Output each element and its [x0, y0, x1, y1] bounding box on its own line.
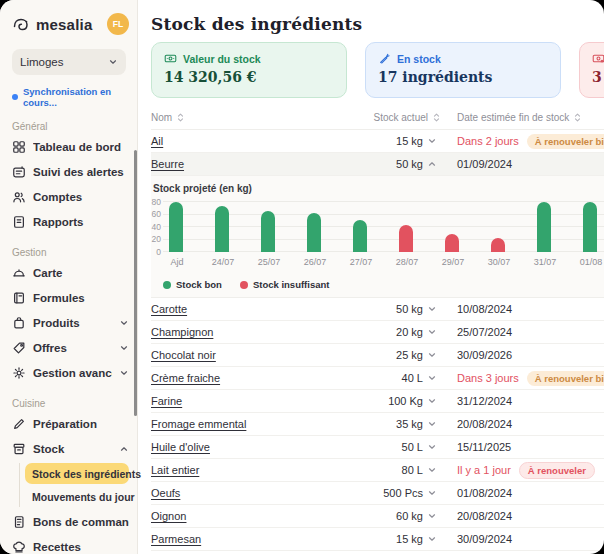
- table-row[interactable]: Farine 100 Kg 31/12/2024: [151, 390, 604, 413]
- sidebar-item-suivi-des-alertes[interactable]: Suivi des alertes: [12, 159, 129, 184]
- date-value: 20/08/2024: [457, 418, 512, 430]
- ingredient-link[interactable]: Oignon: [151, 510, 361, 522]
- table-header-row: Nom Stock actuel Date estimée fin de sto…: [151, 106, 604, 130]
- users-icon: [12, 190, 26, 204]
- ingredient-link[interactable]: Beurre: [151, 158, 361, 170]
- sidebar-item-label: Bons de commandes: [33, 516, 129, 528]
- stock-value: 25 kg: [361, 349, 423, 361]
- sidebar-item-label: Suivi des alertes: [33, 166, 129, 178]
- sync-status-label: Synchronisation en cours...: [23, 86, 129, 108]
- row-chevron-down-icon[interactable]: [423, 488, 441, 498]
- table-row[interactable]: Fromage emmental 35 kg 20/08/2024: [151, 413, 604, 436]
- section-label-general: Général: [12, 121, 129, 132]
- ingredient-link[interactable]: Farine: [151, 395, 361, 407]
- ingredient-link[interactable]: Ail: [151, 135, 361, 147]
- location-selector[interactable]: Limoges: [12, 49, 126, 75]
- ingredient-link[interactable]: Lait entier: [151, 464, 361, 476]
- sidebar-item-formules[interactable]: Formules: [12, 285, 129, 310]
- sidebar-item-comptes[interactable]: Comptes: [12, 184, 129, 209]
- row-chevron-down-icon[interactable]: [423, 511, 441, 521]
- column-header-date-fin-de-stock[interactable]: Date estimée fin de stock: [457, 112, 604, 123]
- ingredient-link[interactable]: Chocolat noir: [151, 349, 361, 361]
- table-row[interactable]: Huile d'olive 50 L 15/11/2025: [151, 436, 604, 459]
- row-chevron-down-icon[interactable]: [423, 442, 441, 452]
- row-chevron-down-icon[interactable]: [423, 136, 441, 146]
- date-value: 30/09/2026: [457, 349, 512, 361]
- sidebar-item-recettes[interactable]: Recettes: [12, 534, 129, 554]
- chart-bar: [399, 225, 413, 253]
- ingredient-link[interactable]: Fromage emmental: [151, 418, 361, 430]
- chart-bar: [537, 202, 551, 252]
- sidebar-item-carte[interactable]: Carte: [12, 260, 129, 285]
- sidebar-item-gestion-avancee[interactable]: Gestion avancée: [12, 360, 129, 385]
- chart-bar: [491, 238, 505, 252]
- ingredient-link[interactable]: Champignon: [151, 326, 361, 338]
- date-value: 30/09/2024: [457, 533, 512, 545]
- table-row[interactable]: Crème fraiche 40 L Dans 3 joursÀ renouve…: [151, 367, 604, 390]
- location-label: Limoges: [20, 56, 63, 68]
- chart-bar: [261, 211, 275, 252]
- sidebar-item-stock[interactable]: Stock: [12, 436, 129, 461]
- stock-value: 500 Pcs: [361, 487, 423, 499]
- date-value: Dans 3 jours: [457, 372, 519, 384]
- table-row[interactable]: Parmesan 15 kg 30/09/2024: [151, 528, 604, 551]
- ingredient-link[interactable]: Parmesan: [151, 533, 361, 545]
- sync-status: Synchronisation en cours...: [12, 86, 129, 108]
- ingredient-link[interactable]: Huile d'olive: [151, 441, 361, 453]
- chart-title: Stock projeté (en kg): [151, 183, 604, 194]
- status-badge: À renouveler bientôt: [527, 134, 604, 149]
- column-header-nom[interactable]: Nom: [151, 112, 361, 123]
- table-row[interactable]: Champignon 20 kg 25/07/2024: [151, 321, 604, 344]
- chart-xtick-label: 26/07: [301, 257, 329, 267]
- sidebar-subitem-mouvements-du-jour[interactable]: Mouvements du jour: [25, 486, 129, 507]
- date-value: 10/08/2024: [457, 303, 512, 315]
- row-chevron-down-icon[interactable]: [423, 304, 441, 314]
- sidebar-scrollbar[interactable]: [134, 150, 137, 416]
- row-chevron-down-icon[interactable]: [423, 534, 441, 544]
- row-chevron-down-icon[interactable]: [423, 465, 441, 475]
- row-chevron-down-icon[interactable]: [423, 327, 441, 337]
- sidebar-item-tableau-de-bord[interactable]: Tableau de bord: [12, 134, 129, 159]
- status-badge: À renouveler bientôt: [527, 371, 604, 386]
- alert-message-icon: [12, 165, 26, 179]
- gear-icon: [12, 366, 26, 380]
- stock-value: 50 kg: [361, 158, 423, 170]
- sidebar-item-offres[interactable]: Offres: [12, 335, 129, 360]
- carrot-icon: [378, 52, 391, 65]
- table-row[interactable]: Ail 15 kg Dans 2 joursÀ renouveler bient…: [151, 130, 604, 153]
- date-value: 20/08/2024: [457, 510, 512, 522]
- chart-xtick-label: 28/07: [393, 257, 421, 267]
- table-row-expanded[interactable]: Beurre 50 kg 01/09/2024: [151, 153, 604, 176]
- table-row[interactable]: Lait entier 80 L Il y a 1 jourÀ renouvel…: [151, 459, 604, 482]
- avatar[interactable]: FL: [107, 13, 129, 35]
- ingredient-link[interactable]: Oeufs: [151, 487, 361, 499]
- row-chevron-down-icon[interactable]: [423, 373, 441, 383]
- row-chevron-down-icon[interactable]: [423, 396, 441, 406]
- sort-icon: [176, 113, 185, 122]
- card-value: 17 ingrédients: [378, 69, 548, 85]
- card-en-stock: En stock 17 ingrédients: [365, 42, 561, 98]
- table-row[interactable]: Chocolat noir 25 kg 30/09/2026: [151, 344, 604, 367]
- sidebar-item-rapports[interactable]: Rapports: [12, 209, 129, 234]
- row-chevron-down-icon[interactable]: [423, 350, 441, 360]
- ingredient-link[interactable]: Carotte: [151, 303, 361, 315]
- app-name: mesalia: [36, 16, 102, 33]
- table-row[interactable]: Oignon 60 kg 20/08/2024: [151, 505, 604, 528]
- sidebar-item-label: Tableau de bord: [33, 141, 129, 153]
- sidebar-item-preparation[interactable]: Préparation: [12, 411, 129, 436]
- sidebar-item-bons-de-commandes[interactable]: Bons de commandes: [12, 509, 129, 534]
- column-header-stock-actuel[interactable]: Stock actuel: [361, 112, 441, 123]
- table-row[interactable]: Oeufs 500 Pcs 01/08/2024: [151, 482, 604, 505]
- chevron-down-icon: [108, 57, 118, 67]
- price-tag-icon: [12, 341, 26, 355]
- stock-value: 15 kg: [361, 533, 423, 545]
- receipt-icon: [12, 515, 26, 529]
- row-chevron-down-icon[interactable]: [423, 419, 441, 429]
- table-row[interactable]: Carotte 50 kg 10/08/2024: [151, 298, 604, 321]
- sort-icon: [432, 113, 441, 122]
- chef-hat-icon: [12, 540, 26, 554]
- sidebar-subitem-stock-des-ingredients[interactable]: Stock des ingrédients: [25, 463, 129, 484]
- row-chevron-up-icon[interactable]: [423, 159, 441, 169]
- sidebar-item-produits[interactable]: Produits: [12, 310, 129, 335]
- ingredient-link[interactable]: Crème fraiche: [151, 372, 361, 384]
